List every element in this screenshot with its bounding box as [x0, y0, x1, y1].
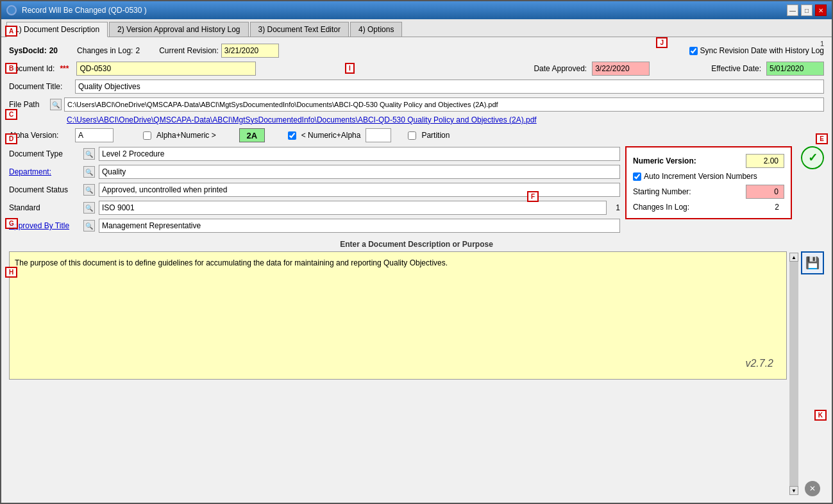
- minimize-button[interactable]: —: [787, 4, 798, 16]
- approved-by-field[interactable]: [99, 219, 620, 233]
- label-E: E: [816, 133, 828, 144]
- department-search-icon[interactable]: 🔍: [83, 166, 95, 178]
- panel-changes-row: Changes In Log: 2: [633, 203, 784, 212]
- date-approved-field[interactable]: [592, 62, 650, 76]
- form-row-department: Department: 🔍: [9, 164, 620, 180]
- file-path-link[interactable]: C:\Users\ABCI\OneDrive\QMSCAPA-Data\ABCI…: [9, 115, 824, 124]
- current-revision-field[interactable]: [221, 44, 279, 58]
- approved-by-search-icon[interactable]: 🔍: [83, 220, 95, 231]
- numeric-alpha-label: < Numeric+Alpha: [301, 131, 361, 140]
- label-D: D: [5, 133, 17, 144]
- form-row-standard: Standard 🔍 1: [9, 200, 620, 215]
- label-C: C: [5, 109, 17, 120]
- tab3-label: 3) Document Text Editor: [258, 25, 341, 34]
- file-path-search-icon[interactable]: 🔍: [50, 99, 62, 110]
- main-content: SysDocId: 20 Changes in Log: 2 Current R…: [1, 37, 832, 503]
- panel-version-value: 2.00: [746, 154, 784, 168]
- panel-version-label: Numeric Version:: [633, 156, 696, 165]
- file-path-label: File Path: [9, 100, 47, 109]
- effective-date-field[interactable]: [766, 62, 824, 76]
- form-row-doc-type: Document Type 🔍: [9, 146, 620, 162]
- close-circle-button[interactable]: ✕: [805, 481, 820, 496]
- department-field[interactable]: [99, 165, 620, 179]
- label-K: K: [814, 410, 827, 421]
- changes-in-log-value: 2: [135, 46, 140, 55]
- date-approved-label: Date Approved:: [534, 64, 587, 73]
- doc-status-field[interactable]: [99, 183, 620, 197]
- sysdoc-row: SysDocId: 20 Changes in Log: 2 Current R…: [9, 44, 824, 58]
- tab-text-editor[interactable]: 3) Document Text Editor: [250, 22, 349, 37]
- alpha-version-label: Alpha Version:: [9, 131, 70, 140]
- tab-bar: 1) Document Description 2) Version Appro…: [1, 19, 832, 37]
- panel-changes-label: Changes In Log:: [633, 203, 689, 212]
- description-area-wrapper: The purpose of this document is to defin…: [9, 251, 824, 496]
- file-path-row: File Path 🔍: [9, 97, 824, 112]
- tab-document-description[interactable]: 1) Document Description: [6, 22, 108, 37]
- doc-title-label: Document Title:: [9, 82, 70, 91]
- doc-status-search-icon[interactable]: 🔍: [83, 184, 95, 196]
- doc-id-stars: ***: [60, 64, 69, 73]
- alpha-numeric-checkbox[interactable]: [143, 131, 151, 140]
- page-number: 1: [820, 40, 824, 47]
- label-J: J: [656, 37, 668, 48]
- main-window: Record Will Be Changed (QD-0530 ) — □ ✕ …: [0, 0, 833, 504]
- tab2-label: 2) Version Approval and History Log: [117, 25, 240, 34]
- standard-field[interactable]: [99, 201, 607, 215]
- alpha-version-field[interactable]: [75, 128, 114, 142]
- numeric-version-panel: Numeric Version: 2.00 Auto Increment Ver…: [625, 146, 792, 219]
- form-row-approved-by: Approved By Title 🔍: [9, 218, 620, 233]
- approved-by-label: Approved By Title: [9, 221, 80, 230]
- right-side-buttons: 💾 ✕: [801, 251, 824, 496]
- scroll-up[interactable]: ▲: [789, 253, 798, 262]
- auto-increment-label: Auto Increment Version Numbers: [644, 172, 757, 181]
- tab1-label: 1) Document Description: [15, 25, 99, 34]
- version-row: Alpha Version: Alpha+Numeric > 2A < Nume…: [9, 128, 824, 142]
- doc-id-row: Document Id: *** Date Approved: Effectiv…: [9, 62, 824, 76]
- tab4-label: 4) Options: [358, 25, 394, 34]
- close-button[interactable]: ✕: [815, 4, 827, 16]
- sync-checkbox[interactable]: [689, 47, 698, 55]
- form-section: Document Type 🔍 Department: 🔍 Document S…: [9, 146, 824, 233]
- tab-version-approval[interactable]: 2) Version Approval and History Log: [109, 22, 248, 37]
- window-controls: — □ ✕: [787, 4, 827, 16]
- right-action-buttons: ✓: [797, 146, 824, 169]
- panel-version-row: Numeric Version: 2.00: [633, 154, 784, 168]
- description-text: The purpose of this document is to defin…: [15, 258, 448, 267]
- label-G: G: [5, 218, 18, 229]
- title-bar: Record Will Be Changed (QD-0530 ) — □ ✕: [1, 1, 832, 19]
- doc-type-field[interactable]: [99, 147, 620, 161]
- current-revision-label: Current Revision:: [159, 46, 219, 55]
- file-path-field[interactable]: [64, 97, 824, 112]
- side-controls: ▲ ▼: [789, 251, 798, 496]
- label-I: I: [345, 63, 355, 74]
- changes-in-log-label: Changes in Log:: [77, 46, 133, 55]
- panel-starting-label: Starting Number:: [633, 187, 691, 196]
- ok-button[interactable]: ✓: [801, 146, 824, 169]
- numeric-alpha-field[interactable]: [366, 128, 391, 142]
- app-icon: [6, 5, 17, 15]
- sysdoc-value: 20: [49, 46, 58, 55]
- doc-type-search-icon[interactable]: 🔍: [83, 148, 95, 160]
- doc-title-field[interactable]: [75, 80, 824, 94]
- panel-changes-value: 2: [775, 203, 779, 212]
- sync-label: Sync Revision Date with History Log: [700, 46, 824, 55]
- scroll-down[interactable]: ▼: [789, 486, 798, 495]
- tab-options[interactable]: 4) Options: [350, 22, 402, 37]
- department-label: Department:: [9, 167, 80, 176]
- description-header: Enter a Document Description or Purpose: [9, 237, 824, 251]
- standard-search-icon[interactable]: 🔍: [83, 202, 95, 214]
- maximize-button[interactable]: □: [801, 4, 812, 16]
- description-textarea[interactable]: The purpose of this document is to defin…: [9, 251, 787, 380]
- window-title: Record Will Be Changed (QD-0530 ): [22, 6, 147, 15]
- numeric-alpha-checkbox[interactable]: [288, 131, 296, 140]
- partition-label: Partition: [421, 131, 450, 140]
- version-text: v2.7.2: [745, 356, 773, 371]
- auto-increment-checkbox[interactable]: [633, 172, 641, 181]
- numeric-badge: 2A: [239, 128, 265, 142]
- partition-checkbox[interactable]: [408, 131, 416, 140]
- label-F: F: [527, 191, 539, 202]
- doc-status-label: Document Status: [9, 185, 80, 194]
- doc-id-field[interactable]: [76, 62, 256, 76]
- save-button[interactable]: 💾: [801, 251, 824, 274]
- scrollbar[interactable]: ▲ ▼: [789, 253, 798, 495]
